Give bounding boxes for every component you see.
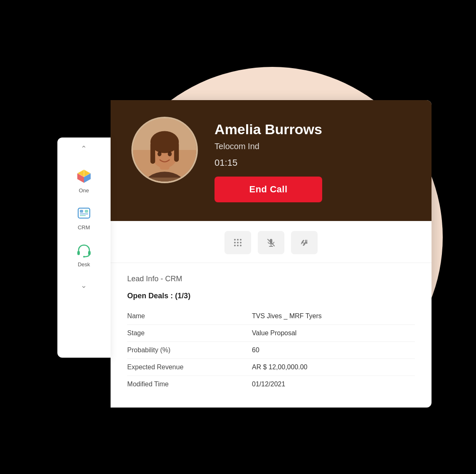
deal-table: Name TVS Jives _ MRF Tyers Stage Value P…	[127, 308, 414, 393]
svg-rect-28	[145, 177, 185, 182]
svg-point-27	[168, 151, 172, 156]
crm-icon	[74, 204, 94, 223]
svg-point-34	[240, 242, 242, 243]
sidebar-chevron-up[interactable]: ⌃	[81, 144, 87, 153]
lead-title: Lead Info - CRM	[127, 275, 414, 283]
svg-rect-11	[85, 210, 88, 213]
controls-row	[111, 221, 431, 263]
lead-title-sub: - CRM	[160, 275, 182, 283]
hold-button[interactable]	[291, 231, 318, 254]
svg-point-35	[234, 245, 236, 246]
sidebar-item-crm-label: CRM	[78, 224, 90, 231]
svg-point-26	[158, 151, 162, 156]
svg-rect-14	[77, 251, 80, 255]
avatar-image	[133, 118, 196, 182]
deal-label-revenue: Expected Revenue	[127, 363, 252, 371]
svg-point-31	[240, 239, 242, 241]
call-timer: 01:15	[215, 157, 322, 168]
sidebar-item-one[interactable]: One	[74, 167, 94, 194]
deal-label-stage: Stage	[127, 329, 252, 337]
table-row: Stage Value Proposal	[127, 325, 414, 342]
table-row: Probability (%) 60	[127, 342, 414, 359]
sidebar: ⌃	[57, 138, 111, 358]
lead-section: Lead Info - CRM Open Deals : (1/3) Name …	[111, 263, 431, 408]
svg-point-16	[83, 256, 85, 258]
deal-value-revenue: AR $ 12,00,000.00	[252, 363, 307, 371]
main-card: Amelia Burrows Telocom Ind 01:15 End Cal…	[111, 100, 431, 408]
svg-rect-9	[78, 208, 90, 218]
mute-button[interactable]	[258, 231, 284, 254]
sidebar-chevron-down[interactable]: ⌄	[81, 281, 87, 290]
svg-rect-25	[174, 142, 179, 162]
deal-label-modified: Modified Time	[127, 381, 252, 388]
table-row: Expected Revenue AR $ 12,00,000.00	[127, 359, 414, 376]
svg-point-32	[234, 242, 236, 243]
caller-company: Telocom Ind	[215, 142, 322, 151]
open-deals-title: Open Deals : (1/3)	[127, 292, 414, 300]
desk-icon	[74, 241, 94, 260]
one-icon	[74, 167, 94, 186]
deal-value-probability: 60	[252, 346, 259, 354]
svg-rect-10	[80, 210, 83, 213]
caller-name: Amelia Burrows	[215, 121, 322, 138]
main-container: ⌃	[57, 54, 432, 428]
deal-value-stage: Value Proposal	[252, 329, 296, 337]
table-row: Modified Time 01/12/2021	[127, 376, 414, 393]
svg-point-30	[237, 239, 239, 241]
keypad-button[interactable]	[224, 231, 251, 254]
sidebar-item-one-label: One	[79, 187, 89, 194]
deal-label-probability: Probability (%)	[127, 346, 252, 354]
call-info: Amelia Burrows Telocom Ind 01:15 End Cal…	[215, 117, 322, 203]
table-row: Name TVS Jives _ MRF Tyers	[127, 308, 414, 325]
deal-value-name: TVS Jives _ MRF Tyers	[252, 312, 322, 320]
lead-title-main: Lead Info	[127, 275, 158, 283]
caller-avatar	[131, 117, 198, 183]
svg-point-36	[237, 245, 239, 246]
deal-label-name: Name	[127, 312, 252, 320]
svg-rect-24	[150, 142, 155, 164]
svg-point-37	[240, 245, 242, 246]
sidebar-item-desk-label: Desk	[78, 261, 90, 268]
end-call-button[interactable]: End Call	[215, 177, 322, 202]
deal-value-modified: 01/12/2021	[252, 381, 285, 388]
sidebar-item-crm[interactable]: CRM	[74, 204, 94, 231]
call-header: Amelia Burrows Telocom Ind 01:15 End Cal…	[111, 100, 431, 221]
svg-point-33	[237, 242, 239, 243]
sidebar-item-desk[interactable]: Desk	[74, 241, 94, 268]
svg-point-29	[234, 239, 236, 241]
